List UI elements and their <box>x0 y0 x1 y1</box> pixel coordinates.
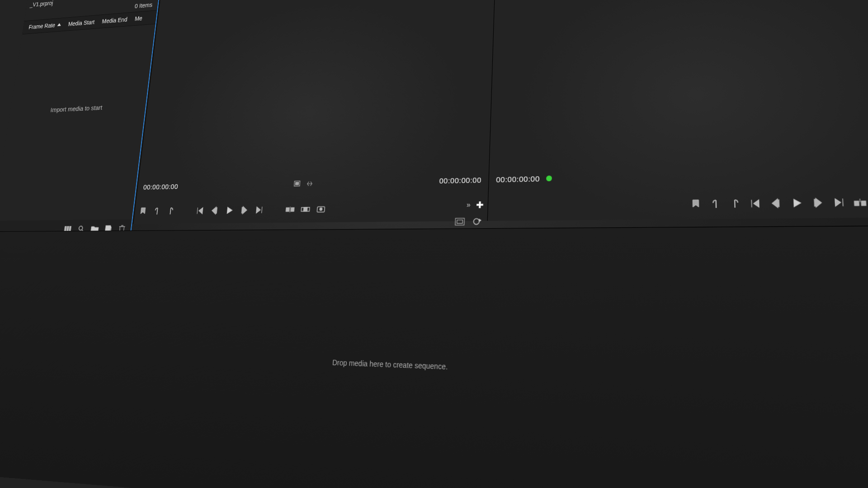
svg-point-12 <box>320 208 323 211</box>
go-to-in-icon[interactable] <box>750 198 762 208</box>
column-media-start[interactable]: Media Start <box>64 18 99 28</box>
program-transport <box>493 196 868 211</box>
button-editor-overflow-icon[interactable]: » <box>467 201 471 209</box>
svg-rect-10 <box>303 207 307 211</box>
svg-rect-15 <box>854 201 859 206</box>
program-canvas[interactable] <box>490 0 868 165</box>
svg-rect-14 <box>457 220 463 224</box>
loop-icon[interactable] <box>472 217 482 226</box>
list-view-icon[interactable] <box>64 225 73 233</box>
monitors-area: 00:00:00:00 00:00:00:00 <box>133 0 868 224</box>
add-marker-icon[interactable] <box>138 207 147 216</box>
project-empty-hint: Import media to start <box>50 103 103 113</box>
timeline-empty-hint: Drop media here to create sequence. <box>332 358 448 371</box>
search-icon[interactable] <box>77 225 86 233</box>
svg-rect-8 <box>291 207 294 211</box>
timeline-panel[interactable]: Drop media here to create sequence. <box>0 225 868 488</box>
source-timecode-left[interactable]: 00:00:00:00 <box>143 183 179 191</box>
column-media-duration[interactable]: Me <box>131 14 147 23</box>
go-to-out-icon[interactable] <box>832 197 845 208</box>
svg-rect-7 <box>286 208 289 212</box>
project-item-count: 0 Items <box>134 1 153 9</box>
trash-icon[interactable] <box>118 225 127 233</box>
source-monitor: 00:00:00:00 00:00:00:00 <box>133 0 495 224</box>
mark-in-icon[interactable] <box>152 207 161 216</box>
source-canvas[interactable] <box>139 0 495 174</box>
lift-icon[interactable] <box>854 197 867 207</box>
svg-rect-13 <box>455 218 464 225</box>
button-editor-add-icon[interactable]: ✚ <box>476 199 484 211</box>
svg-rect-16 <box>861 201 866 206</box>
go-to-in-icon[interactable] <box>196 206 205 215</box>
new-item-icon[interactable] <box>104 225 113 233</box>
safe-margins-icon[interactable] <box>455 217 465 226</box>
step-back-icon[interactable] <box>210 206 220 215</box>
settings-icon[interactable] <box>306 180 313 187</box>
svg-rect-0 <box>64 226 66 232</box>
mark-out-icon[interactable] <box>729 199 741 209</box>
fit-icon[interactable] <box>293 180 301 187</box>
program-monitor: 00:00:00:00 <box>487 0 868 221</box>
mark-in-icon[interactable] <box>709 199 721 209</box>
svg-rect-4 <box>105 225 110 232</box>
source-transport: » ✚ <box>138 202 483 216</box>
insert-icon[interactable] <box>285 205 295 214</box>
svg-rect-1 <box>66 226 69 232</box>
svg-rect-2 <box>69 226 71 232</box>
play-icon[interactable] <box>225 206 234 215</box>
export-frame-icon[interactable] <box>316 205 326 214</box>
column-media-end[interactable]: Media End <box>98 15 132 26</box>
program-timecode-left[interactable]: 00:00:00:00 <box>496 174 540 184</box>
play-icon[interactable] <box>790 198 803 208</box>
new-bin-icon[interactable] <box>90 225 99 233</box>
source-timecode-right: 00:00:00:00 <box>439 175 481 185</box>
column-frame-rate[interactable]: Frame Rate <box>24 20 65 32</box>
svg-rect-6 <box>295 182 298 185</box>
step-forward-icon[interactable] <box>811 197 824 208</box>
step-back-icon[interactable] <box>770 198 783 209</box>
dropped-frame-indicator-icon <box>546 175 552 181</box>
go-to-out-icon[interactable] <box>254 206 264 214</box>
mark-out-icon[interactable] <box>166 207 175 216</box>
project-toolbar <box>0 220 132 239</box>
step-forward-icon[interactable] <box>239 206 249 214</box>
add-marker-icon[interactable] <box>690 199 702 209</box>
overwrite-icon[interactable] <box>301 205 311 214</box>
